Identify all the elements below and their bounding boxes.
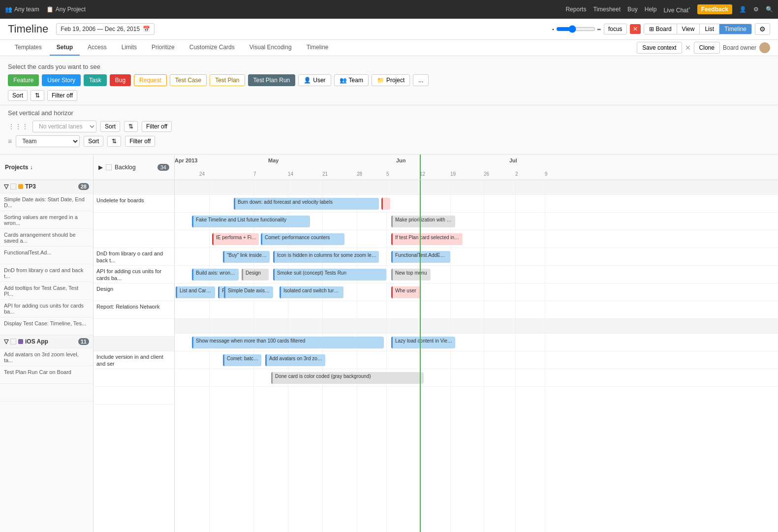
clone-button[interactable]: Clone	[694, 42, 720, 54]
bar-design[interactable]: Design	[242, 269, 269, 281]
bar-smoke-suit[interactable]: Smoke suit (concept) Tests Run	[273, 269, 386, 281]
card-type-project[interactable]: 📁 Project	[372, 74, 410, 86]
backlog-card-tp3-8[interactable]	[93, 319, 174, 337]
bar-test-plan-board[interactable]: If test Plan card selected in board edit…	[391, 233, 463, 245]
card-type-user[interactable]: 👤 User	[298, 74, 331, 86]
card-type-request[interactable]: Request	[134, 74, 167, 86]
bar-new-top-menu[interactable]: New top menu	[391, 269, 431, 281]
focus-close-button[interactable]: ✕	[630, 24, 641, 34]
bar-done-card[interactable]: Done card is color coded (gray backgroun…	[271, 372, 424, 384]
timeline-view-button[interactable]: Timeline	[719, 24, 751, 34]
live-chat-link[interactable]: Live Chat	[663, 5, 690, 14]
tab-templates[interactable]: Templates	[8, 40, 49, 56]
bar-simple-date[interactable]: Simple Date axis: Start D	[224, 286, 273, 298]
settings-icon[interactable]: ⚙	[753, 6, 759, 13]
card-type-test-case[interactable]: Test Case	[170, 74, 207, 86]
card-type-user-story[interactable]: User Story	[42, 74, 81, 86]
bar-whe-user[interactable]: Whe user	[391, 286, 421, 298]
vertical-sort-icon-button[interactable]: ⇅	[124, 121, 138, 132]
bar-list-card[interactable]: List and Card view	[176, 286, 215, 298]
card-type-bug[interactable]: Bug	[110, 74, 131, 86]
bar-buy-link[interactable]: "Buy" link inside tp3 and Live Chat	[223, 251, 270, 263]
card-type-task[interactable]: Task	[84, 74, 107, 86]
tab-customize-cards[interactable]: Customize Cards	[183, 40, 242, 56]
horizontal-sort-icon-button[interactable]: ⇅	[107, 136, 121, 147]
bar-build-axis[interactable]: Build axis: wrong default order for Buil…	[192, 269, 239, 281]
bar-show-message[interactable]: Show message when more than 100 cards fi…	[192, 337, 384, 348]
tab-visual-encoding[interactable]: Visual Encoding	[243, 40, 299, 56]
team-selector[interactable]: 👥 Any team	[5, 6, 39, 13]
bar-fake-timeline[interactable]: Fake Timeline and List future functional…	[192, 216, 310, 227]
project-group-tp3[interactable]: ▽ TP3 28	[0, 180, 93, 193]
backlog-checkbox[interactable]	[106, 164, 112, 170]
gantt-row-tp3-5: Build axis: wrong default order for Buil…	[175, 266, 778, 283]
project-selector[interactable]: 📋 Any Project	[46, 6, 86, 13]
bar-add-avatars[interactable]: Add avatars on 3rd zoom level, tags on	[265, 354, 325, 366]
tp3-checkbox[interactable]	[10, 184, 16, 189]
card-type-test-plan-run[interactable]: Test Plan Run	[248, 74, 296, 86]
bar-lazy-load[interactable]: Lazy load content in Views	[391, 337, 455, 348]
zoom-slider-input[interactable]	[556, 25, 595, 33]
backlog-expand-icon[interactable]: ▶	[98, 164, 103, 171]
help-link[interactable]: Help	[645, 6, 657, 13]
horizontal-filter-off-button[interactable]: Filter off	[125, 136, 155, 147]
filter-off-button[interactable]: Filter off	[47, 90, 77, 101]
tab-limits[interactable]: Limits	[115, 40, 144, 56]
backlog-card-tp3-7[interactable]: Report: Relations Network	[93, 301, 174, 319]
horizontal-lanes-select[interactable]: Team Project No lanes	[16, 135, 80, 147]
tab-access[interactable]: Access	[81, 40, 114, 56]
bar-ie-perf[interactable]: IE performa + Fix jumpi...	[212, 233, 259, 245]
bar-burndown[interactable]: Burn down: add forecast and velocity lab…	[234, 198, 379, 210]
day-7: 7	[253, 171, 256, 177]
bar-comet-batch[interactable]: Comet: batch update	[223, 354, 261, 366]
bar-icon-hidden[interactable]: Icon is hidden in columns for some zoom …	[273, 251, 379, 263]
card-type-selector: Feature User Story Task Bug Request Test…	[8, 74, 770, 86]
backlog-card-tp3-4[interactable]: DnD from library o card and back t...	[93, 248, 174, 266]
gantt-row-tp3-7	[175, 301, 778, 319]
date-range-picker[interactable]: Feb 19, 2006 — Dec 26, 2015 📅	[56, 23, 155, 35]
horizontal-sort-button[interactable]: Sort	[84, 136, 103, 147]
buy-link[interactable]: Buy	[627, 6, 638, 13]
view-view-button[interactable]: View	[677, 24, 700, 34]
card-type-test-plan[interactable]: Test Plan	[210, 74, 245, 86]
backlog-card-tp3-2[interactable]	[93, 213, 174, 230]
tab-prioritize[interactable]: Prioritize	[145, 40, 182, 56]
card-type-team[interactable]: 👥 Team	[334, 74, 369, 86]
tab-timeline[interactable]: Timeline	[300, 40, 336, 56]
bar-make-prioritization[interactable]: Make prioritization with shift by defaul…	[391, 216, 455, 227]
bar-functional-test[interactable]: FunctionalTest.AddEdi Tests Run	[391, 251, 450, 263]
backlog-card-tp3-5[interactable]: API for adding cus units for cards ba...	[93, 266, 174, 283]
reports-link[interactable]: Reports	[565, 6, 586, 13]
list-view-button[interactable]: List	[700, 24, 719, 34]
card-type-feature[interactable]: Feature	[8, 74, 39, 86]
close-context-icon[interactable]: ✕	[685, 44, 691, 52]
save-context-button[interactable]: Save context	[637, 42, 682, 54]
focus-button[interactable]: focus	[604, 24, 627, 34]
gantt-row-tp3-6: List and Card view Report: Relations Net…	[175, 283, 778, 301]
board-view-button[interactable]: ⊞ Board	[644, 24, 677, 34]
backlog-card-tp3-1[interactable]: Undelete for boards	[93, 195, 174, 213]
backlog-card-ios-2[interactable]	[93, 369, 174, 387]
vertical-lanes-select[interactable]: No vertical lanes Team Project	[32, 121, 96, 132]
backlog-card-ios-3[interactable]	[93, 387, 174, 405]
backlog-card-tp3-3[interactable]	[93, 230, 174, 248]
sort-icon-button[interactable]: ⇅	[31, 90, 44, 101]
ios-checkbox[interactable]	[10, 339, 16, 344]
vertical-sort-button[interactable]: Sort	[100, 121, 120, 132]
timesheet-link[interactable]: Timesheet	[593, 6, 621, 13]
card-type-more[interactable]: ...	[413, 74, 429, 86]
sort-button[interactable]: Sort	[8, 90, 28, 101]
vertical-filter-off-button[interactable]: Filter off	[142, 121, 172, 132]
backlog-card-tp3-6[interactable]: Design	[93, 283, 174, 301]
bar-tp3-r1-red[interactable]	[381, 198, 390, 210]
project-group-ios[interactable]: ▽ iOS App 11	[0, 335, 93, 348]
feedback-button[interactable]: Feedback	[697, 4, 732, 14]
bar-comet-perf[interactable]: Comet: performance counters	[261, 233, 344, 245]
board-settings-button[interactable]: ⚙	[755, 23, 770, 35]
backlog-card-ios-1[interactable]: Include version in and client and ser	[93, 351, 174, 369]
user-avatar-icon[interactable]: 👤	[739, 6, 747, 13]
tab-setup[interactable]: Setup	[50, 40, 80, 56]
board-owner-avatar	[759, 42, 770, 53]
bar-isolated-card[interactable]: Isolated card switch turned on by defau	[280, 286, 343, 298]
search-icon[interactable]: 🔍	[766, 6, 773, 13]
